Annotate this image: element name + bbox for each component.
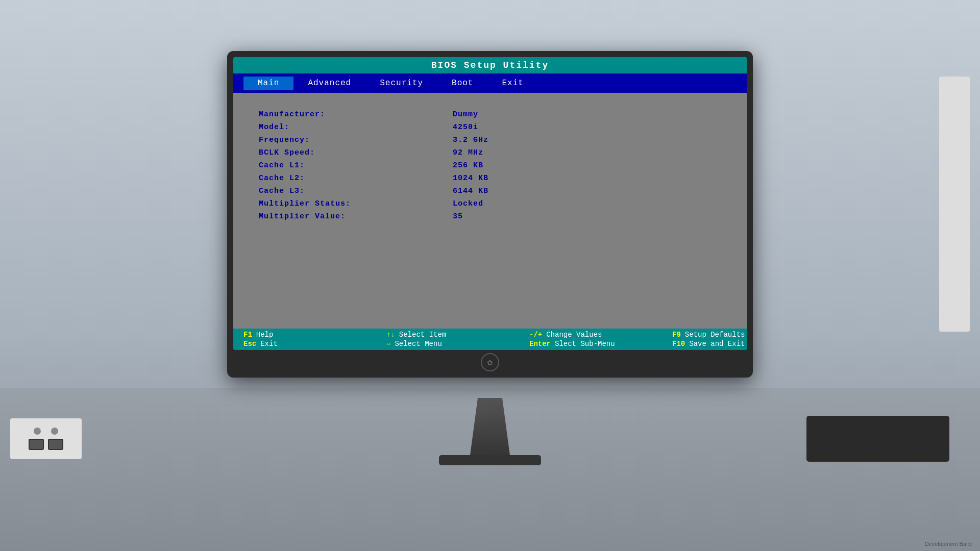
field-cache-l2-label: Cache L2:	[259, 174, 453, 183]
device-ports	[34, 428, 58, 435]
bios-nav: Main Advanced Security Boot Exit	[233, 73, 747, 93]
device-slots	[29, 439, 63, 450]
bios-row: Multiplier Value: 35	[259, 210, 721, 223]
field-multiplier-value-label: Multiplier Value:	[259, 212, 453, 221]
watermark: Development Build	[925, 541, 972, 547]
monitor-bezel-bottom: ✿	[233, 353, 747, 371]
left-device	[10, 418, 82, 459]
footer-change-values: -/+ Change Values	[529, 331, 672, 339]
nav-advanced[interactable]: Advanced	[293, 77, 365, 90]
bios-row: Multiplier Status: Locked	[259, 197, 721, 210]
bios-title: BIOS Setup Utility	[233, 57, 747, 73]
footer-updown: ↑↓ Select Item	[386, 331, 529, 339]
port-2	[51, 428, 58, 435]
bios-row: Manufacturer: Dummy	[259, 108, 721, 121]
right-device	[939, 77, 970, 332]
monitor-logo-icon: ✿	[481, 353, 499, 371]
nav-main[interactable]: Main	[243, 77, 293, 90]
field-multiplier-value-value: 35	[453, 212, 463, 221]
keyboard	[806, 416, 949, 462]
bios-row: Cache L2: 1024 KB	[259, 172, 721, 185]
bios-row: Cache L3: 6144 KB	[259, 185, 721, 197]
bios-footer-row-1: F1 Help ↑↓ Select Item -/+ Change Values…	[243, 331, 737, 339]
monitor-base	[439, 455, 541, 465]
field-frequency-label: Frequency:	[259, 136, 453, 144]
field-cache-l3-value: 6144 KB	[453, 187, 488, 195]
field-model-label: Model:	[259, 123, 453, 132]
footer-leftright: ↔ Select Menu	[386, 340, 529, 348]
nav-exit[interactable]: Exit	[487, 77, 537, 90]
footer-f10: F10 Save and Exit	[672, 340, 747, 348]
footer-f1: F1 Help	[243, 331, 386, 339]
field-cache-l3-label: Cache L3:	[259, 187, 453, 195]
field-model-value: 4250i	[453, 123, 478, 132]
bios-row: Model: 4250i	[259, 121, 721, 134]
slot-1	[29, 439, 44, 450]
nav-security[interactable]: Security	[365, 77, 437, 90]
field-bclk-value: 92 MHz	[453, 148, 483, 157]
field-cache-l1-value: 256 KB	[453, 161, 483, 170]
bios-row: Cache L1: 256 KB	[259, 159, 721, 172]
nav-boot[interactable]: Boot	[437, 77, 487, 90]
field-manufacturer-value: Dummy	[453, 110, 478, 119]
bios-footer: F1 Help ↑↓ Select Item -/+ Change Values…	[233, 329, 747, 350]
field-frequency-value: 3.2 GHz	[453, 136, 488, 144]
monitor: BIOS Setup Utility Main Advanced Securit…	[227, 51, 753, 378]
field-bclk-label: BCLK Speed:	[259, 148, 453, 157]
monitor-screen: BIOS Setup Utility Main Advanced Securit…	[233, 57, 747, 350]
slot-2	[48, 439, 63, 450]
bios-footer-row-2: Esc Exit ↔ Select Menu Enter Slect Sub-M…	[243, 340, 737, 348]
bios-row: Frequency: 3.2 GHz	[259, 134, 721, 146]
footer-enter: Enter Slect Sub-Menu	[529, 340, 672, 348]
field-multiplier-status-value: Locked	[453, 199, 483, 208]
footer-esc: Esc Exit	[243, 340, 386, 348]
field-multiplier-status-label: Multiplier Status:	[259, 199, 453, 208]
footer-f9: F9 Setup Defaults	[672, 331, 747, 339]
field-cache-l2-value: 1024 KB	[453, 174, 488, 183]
port-1	[34, 428, 41, 435]
field-cache-l1-label: Cache L1:	[259, 161, 453, 170]
field-manufacturer-label: Manufacturer:	[259, 110, 453, 119]
bios-content: Manufacturer: Dummy Model: 4250i Frequen…	[233, 93, 747, 329]
bios-row: BCLK Speed: 92 MHz	[259, 146, 721, 159]
